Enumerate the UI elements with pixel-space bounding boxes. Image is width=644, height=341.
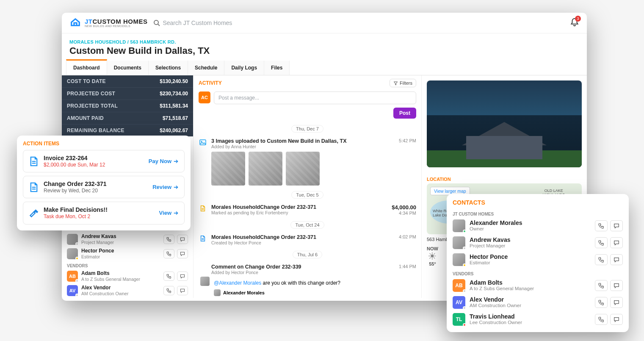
chat-button[interactable] bbox=[610, 297, 623, 308]
breadcrumb[interactable]: MORALES HOUSEHOLD / 563 HAMBRICK RD. bbox=[69, 39, 579, 44]
avatar bbox=[453, 253, 465, 266]
chat-icon bbox=[614, 283, 619, 288]
phone-icon bbox=[598, 223, 604, 229]
chat-button[interactable] bbox=[610, 314, 623, 325]
chat-button[interactable] bbox=[177, 272, 188, 281]
phone-icon bbox=[598, 316, 604, 322]
action-item[interactable]: Invoice 232-264 $2,000.00 due Sun, Mar 1… bbox=[23, 150, 185, 172]
filters-button[interactable]: Filters bbox=[390, 79, 416, 87]
chat-icon bbox=[614, 316, 619, 322]
phone-button[interactable] bbox=[163, 272, 174, 281]
activity-item[interactable]: Morales HouseholdChange Order 232-371 Ma… bbox=[193, 201, 421, 219]
arrow-right-icon bbox=[173, 184, 179, 190]
spacer bbox=[199, 264, 207, 272]
post-button[interactable]: Post bbox=[393, 108, 416, 119]
tab-schedule[interactable]: Schedule bbox=[188, 61, 224, 75]
tab-daily-logs[interactable]: Daily Logs bbox=[224, 61, 264, 75]
chat-button[interactable] bbox=[177, 286, 188, 295]
timestamp: 1:44 PM bbox=[387, 264, 416, 275]
contact-row[interactable]: AV Alex VendorAM Construction Owner bbox=[453, 294, 623, 311]
kpi-row: PROJECTED COST$230,734.00 bbox=[62, 88, 193, 100]
date-divider: Thu, Jul 6 bbox=[193, 249, 421, 261]
contact-row[interactable]: Alexander MoralesOwner bbox=[453, 217, 623, 234]
contacts-card: CONTACTS JT CUSTOM HOMES Alexander Moral… bbox=[447, 194, 629, 332]
thumbnail[interactable] bbox=[211, 152, 245, 186]
chat-button[interactable] bbox=[610, 254, 623, 265]
contact-row[interactable]: AB Adam BoltsA to Z Subs General Manager bbox=[453, 277, 623, 294]
avatar: AV bbox=[453, 296, 465, 309]
phone-icon bbox=[166, 251, 171, 256]
avatar: AB bbox=[453, 279, 465, 292]
phone-button[interactable] bbox=[163, 286, 174, 295]
avatar bbox=[67, 234, 78, 245]
chat-button[interactable] bbox=[177, 235, 188, 244]
phone-button[interactable] bbox=[595, 237, 608, 248]
user-mention[interactable]: @Alexander Morales bbox=[214, 280, 261, 286]
contact-row[interactable]: AB Adam BoltsA to Z Subs General Manager bbox=[62, 269, 193, 283]
phone-button[interactable] bbox=[163, 249, 174, 258]
activity-item[interactable]: Comment on Change Order 232-339 Added by… bbox=[193, 261, 421, 298]
current-user-avatar: AC bbox=[199, 91, 210, 103]
global-search[interactable] bbox=[153, 19, 564, 26]
notification-count: 3 bbox=[575, 16, 581, 22]
contact-row[interactable]: Andrew KavasProject Manager bbox=[453, 234, 623, 251]
brand-logo[interactable]: JTCUSTOM HOMES NEW BUILDS AND REMODELS bbox=[69, 17, 147, 29]
view-button[interactable]: View bbox=[159, 210, 179, 216]
post-message-input[interactable] bbox=[214, 91, 416, 104]
notifications-button[interactable]: 3 bbox=[570, 17, 579, 28]
chat-icon bbox=[614, 257, 619, 263]
phone-icon bbox=[166, 288, 171, 293]
chat-button[interactable] bbox=[177, 249, 188, 258]
review-button[interactable]: Review bbox=[152, 184, 179, 190]
document-icon bbox=[28, 155, 39, 168]
author-name: Alexander Morales bbox=[223, 290, 265, 295]
chat-button[interactable] bbox=[610, 220, 623, 231]
phone-button[interactable] bbox=[595, 254, 608, 265]
tab-selections[interactable]: Selections bbox=[149, 61, 188, 75]
house-icon bbox=[69, 17, 81, 29]
financial-summary: COST TO DATE$130,240.50 PROJECTED COST$2… bbox=[62, 75, 193, 136]
tab-files[interactable]: Files bbox=[264, 61, 290, 75]
search-input[interactable] bbox=[163, 19, 564, 26]
phone-button[interactable] bbox=[595, 314, 608, 325]
contact-row[interactable]: TL Travis LionheadLee Construction Owner bbox=[453, 311, 623, 328]
amount: $4,000.00 bbox=[387, 204, 416, 211]
tab-documents[interactable]: Documents bbox=[107, 61, 149, 75]
chat-icon bbox=[614, 299, 619, 305]
contact-row[interactable]: AV Alex VendorAM Construction Owner bbox=[62, 283, 193, 298]
weather-now: NOW ☀ 55° bbox=[427, 246, 438, 271]
chat-button[interactable] bbox=[610, 280, 623, 291]
project-tabs: Dashboard Documents Selections Schedule … bbox=[62, 61, 587, 75]
date-divider: Tue, Dec 5 bbox=[193, 189, 421, 201]
thumbnail[interactable] bbox=[249, 152, 282, 186]
phone-icon bbox=[598, 299, 604, 305]
hammer-icon bbox=[28, 207, 39, 219]
tab-dashboard[interactable]: Dashboard bbox=[66, 59, 107, 75]
project-photo[interactable] bbox=[427, 80, 582, 167]
chat-icon bbox=[180, 237, 185, 242]
chat-button[interactable] bbox=[610, 237, 623, 248]
location-heading: LOCATION bbox=[422, 172, 587, 183]
contact-row[interactable]: Hector PonceEstimator bbox=[453, 251, 623, 268]
activity-item[interactable]: Morales HouseholdChange Order 232-371 Cr… bbox=[193, 231, 421, 249]
arrow-right-icon bbox=[173, 158, 179, 164]
chat-icon bbox=[614, 240, 619, 246]
activity-item[interactable]: 3 Images uploaded to Custom New Build in… bbox=[193, 135, 421, 189]
page-title: Custom New Build in Dallas, TX bbox=[69, 45, 579, 56]
action-item[interactable]: Make Final Decisions!! Task due Mon, Oct… bbox=[23, 202, 185, 224]
action-item[interactable]: Change Order 232-371 Review by Wed, Dec … bbox=[23, 176, 185, 198]
contact-row[interactable]: Hector PonceEstimator bbox=[62, 247, 193, 261]
phone-button[interactable] bbox=[595, 280, 608, 291]
phone-button[interactable] bbox=[595, 220, 608, 231]
contact-row[interactable]: Andrew KavasProject Manager bbox=[62, 232, 193, 247]
phone-button[interactable] bbox=[163, 235, 174, 244]
kpi-row: REMAINING BALANCE$240,062.67 bbox=[62, 125, 193, 136]
thumbnail[interactable] bbox=[286, 152, 320, 186]
phone-icon bbox=[598, 283, 604, 288]
pay-now-button[interactable]: Pay Now bbox=[149, 158, 179, 164]
activity-heading: ACTIVITY bbox=[199, 80, 222, 86]
phone-icon bbox=[598, 257, 604, 263]
chat-icon bbox=[614, 223, 619, 229]
brand-tagline: NEW BUILDS AND REMODELS bbox=[85, 25, 147, 28]
phone-button[interactable] bbox=[595, 297, 608, 308]
